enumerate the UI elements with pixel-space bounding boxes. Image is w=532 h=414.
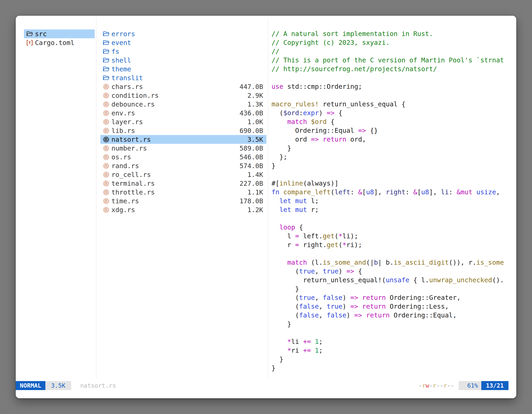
file-row[interactable]: R time.rs178.0B bbox=[100, 197, 266, 205]
preview-pane[interactable]: // A natural sort implementation in Rust… bbox=[272, 29, 515, 380]
file-name: layer.rs bbox=[111, 118, 143, 126]
folder-row[interactable]: fs bbox=[100, 47, 266, 56]
file-name: src bbox=[35, 30, 47, 38]
code-line bbox=[272, 214, 515, 223]
code-line: }; bbox=[272, 153, 515, 161]
rust-file-icon: R bbox=[103, 162, 110, 170]
rust-file-icon: R bbox=[103, 197, 110, 205]
file-name: rand.rs bbox=[111, 162, 139, 170]
file-row[interactable]: R layer.rs1.0K bbox=[100, 117, 266, 126]
code-line bbox=[272, 91, 515, 100]
file-row[interactable]: R ro_cell.rs1.4K bbox=[100, 170, 266, 179]
permission-char: - bbox=[418, 382, 422, 389]
file-size: 574.0B bbox=[239, 162, 266, 170]
file-row[interactable]: R lib.rs690.0B bbox=[100, 126, 266, 135]
file-row[interactable]: T Cargo.toml bbox=[24, 38, 95, 47]
file-size: 1.4K bbox=[247, 171, 266, 179]
permission-char: - bbox=[451, 382, 454, 389]
file-name: Cargo.toml bbox=[35, 39, 75, 47]
file-row[interactable]: R os.rs546.0B bbox=[100, 153, 266, 161]
file-size: 436.0B bbox=[239, 109, 266, 117]
file-name: debounce.rs bbox=[111, 100, 155, 108]
svg-text:R: R bbox=[105, 94, 107, 97]
rust-file-icon: R bbox=[103, 101, 110, 108]
code-line: fn compare_left(left: &[u8], right: &[u8… bbox=[272, 188, 515, 197]
file-name: fs bbox=[111, 48, 119, 55]
file-name: shell bbox=[111, 57, 131, 64]
svg-text:R: R bbox=[105, 120, 107, 124]
code-line: ($ord:expr) => { bbox=[272, 109, 515, 117]
permission-char: - bbox=[440, 382, 443, 389]
code-line: match $ord { bbox=[272, 117, 515, 126]
code-line: Ordering::Equal => {} bbox=[272, 126, 515, 135]
code-line: *li += 1; bbox=[272, 337, 515, 346]
code-line: *ri += 1; bbox=[272, 346, 515, 355]
file-row[interactable]: R chars.rs447.0B bbox=[100, 82, 266, 91]
file-size: 546.0B bbox=[239, 153, 266, 161]
code-line: // bbox=[272, 47, 515, 56]
file-row[interactable]: R natsort.rs3.5K bbox=[100, 135, 266, 144]
code-line: } bbox=[272, 144, 515, 153]
cursor-position-chip: 13/21 bbox=[481, 381, 508, 390]
folder-row[interactable]: src bbox=[24, 29, 95, 38]
file-row[interactable]: R throttle.rs1.1K bbox=[100, 188, 266, 197]
file-row[interactable]: R env.rs436.0B bbox=[100, 109, 266, 117]
permission-char: - bbox=[429, 382, 433, 389]
code-line: r = right.get(*ri); bbox=[272, 241, 515, 249]
permission-char: r bbox=[433, 382, 436, 389]
file-name: xdg.rs bbox=[111, 206, 135, 214]
file-size: 447.0B bbox=[239, 83, 266, 91]
folder-icon bbox=[103, 74, 110, 82]
folder-row[interactable]: theme bbox=[100, 65, 266, 73]
rust-file-icon: R bbox=[103, 189, 110, 196]
file-row[interactable]: R rand.rs574.0B bbox=[100, 161, 266, 170]
file-size: 3.5K bbox=[247, 136, 266, 143]
code-line: use std::cmp::Ordering; bbox=[272, 82, 515, 91]
svg-text:R: R bbox=[105, 164, 107, 168]
rust-file-icon: R bbox=[103, 180, 110, 187]
status-filename: natsort.rs bbox=[80, 382, 116, 389]
file-name: condition.rs bbox=[111, 92, 159, 99]
rust-file-icon: R bbox=[103, 171, 110, 178]
file-size: 1.2K bbox=[247, 206, 266, 214]
code-line: // Copyright (c) 2023, sxyazi. bbox=[272, 38, 515, 47]
code-line: } bbox=[272, 355, 515, 364]
permission-char: r bbox=[444, 382, 447, 389]
folder-row[interactable]: translit bbox=[100, 73, 266, 82]
folder-row[interactable]: errors bbox=[100, 29, 266, 38]
file-name: time.rs bbox=[111, 197, 139, 205]
file-row[interactable]: R number.rs589.0B bbox=[100, 144, 266, 153]
permission-char: - bbox=[447, 382, 450, 389]
file-row[interactable]: R terminal.rs227.0B bbox=[100, 179, 266, 188]
rust-file-icon: R bbox=[103, 109, 110, 117]
svg-text:R: R bbox=[105, 155, 107, 159]
folder-row[interactable]: shell bbox=[100, 56, 266, 65]
file-row[interactable]: R xdg.rs1.2K bbox=[100, 205, 266, 214]
code-line: ord => return ord, bbox=[272, 135, 515, 144]
code-line: } bbox=[272, 285, 515, 293]
permission-char: w bbox=[426, 382, 429, 389]
rust-file-icon: R bbox=[103, 83, 110, 90]
folder-row[interactable]: event bbox=[100, 38, 266, 47]
file-size: 1.0K bbox=[247, 118, 266, 126]
scroll-percent-chip: 61% bbox=[459, 381, 481, 390]
file-row[interactable]: R condition.rs2.9K bbox=[100, 91, 266, 100]
file-name: chars.rs bbox=[111, 83, 143, 91]
folder-icon bbox=[103, 39, 110, 47]
code-line: (false, true) => return Ordering::Less, bbox=[272, 302, 515, 311]
file-row[interactable]: R debounce.rs1.3K bbox=[100, 100, 266, 109]
svg-text:R: R bbox=[105, 146, 107, 150]
svg-text:R: R bbox=[105, 199, 107, 203]
code-line: #[inline(always)] bbox=[272, 179, 515, 188]
code-line bbox=[272, 170, 515, 179]
code-line: (true, true) => { bbox=[272, 267, 515, 276]
rust-file-icon: R bbox=[103, 127, 110, 135]
rust-file-icon: R bbox=[103, 118, 110, 125]
svg-text:R: R bbox=[105, 173, 107, 176]
parent-pane: src T Cargo.toml bbox=[24, 29, 95, 47]
svg-text:R: R bbox=[105, 182, 107, 185]
code-line: let mut r; bbox=[272, 205, 515, 214]
svg-text:R: R bbox=[105, 103, 107, 106]
code-line bbox=[272, 328, 515, 337]
rust-file-icon: R bbox=[103, 206, 110, 213]
